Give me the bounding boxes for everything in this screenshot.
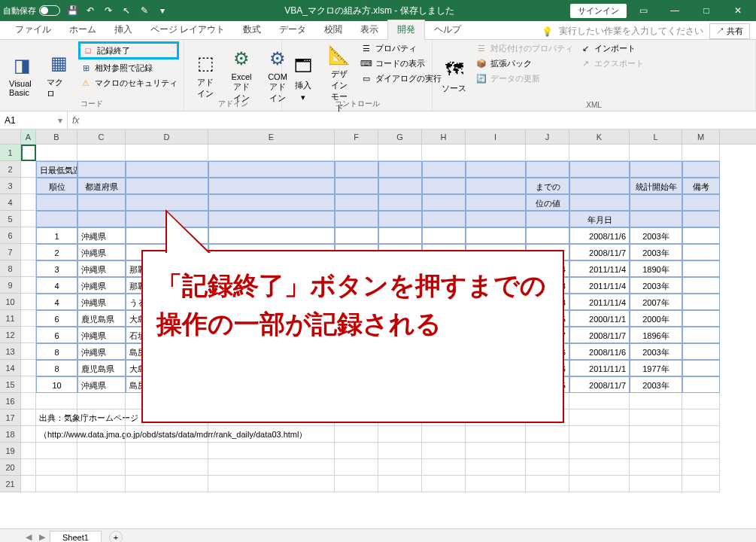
cell[interactable]	[466, 227, 526, 244]
cell[interactable]	[126, 459, 208, 476]
cell[interactable]	[77, 426, 126, 443]
cell[interactable]	[21, 161, 36, 178]
cell[interactable]	[569, 161, 630, 178]
cell[interactable]	[208, 426, 335, 443]
cell[interactable]	[682, 393, 720, 410]
cell[interactable]: 2000年	[630, 310, 682, 327]
run-dialog-button[interactable]: ▭ダイアログの実行	[359, 72, 443, 85]
cell[interactable]: 都道府県	[77, 178, 126, 194]
cell[interactable]	[378, 443, 422, 459]
cell[interactable]	[21, 443, 36, 459]
cell[interactable]	[335, 459, 378, 476]
cell[interactable]	[422, 161, 466, 178]
cell[interactable]: （http://www.data.jma.go.jp/obd/stats/dat…	[36, 426, 77, 443]
qat-dropdown-icon[interactable]: ▾	[156, 5, 169, 17]
tab-formulas[interactable]: 数式	[234, 20, 270, 39]
cell[interactable]	[208, 227, 335, 244]
cell[interactable]: 2011/11/4	[569, 277, 630, 294]
source-button[interactable]: 🗺ソース	[437, 41, 471, 109]
cell[interactable]	[682, 459, 720, 476]
cell[interactable]	[526, 227, 569, 244]
cell[interactable]: 8	[36, 360, 77, 376]
cell[interactable]	[21, 376, 36, 393]
cell[interactable]: 沖縄県	[77, 277, 126, 294]
cell[interactable]	[335, 443, 378, 459]
col-header[interactable]: I	[466, 129, 526, 144]
cell[interactable]: 沖縄県	[77, 327, 126, 343]
cell[interactable]	[378, 161, 422, 178]
row-header[interactable]: 16	[0, 393, 21, 410]
cell[interactable]: 3	[36, 260, 77, 277]
cell[interactable]: 1977年	[630, 360, 682, 376]
col-header[interactable]: A	[21, 129, 36, 144]
cell[interactable]	[422, 443, 466, 459]
tab-view[interactable]: 表示	[351, 20, 387, 39]
cell[interactable]: 位の値	[526, 194, 569, 211]
row-header[interactable]: 7	[0, 244, 21, 260]
cell[interactable]: 2003年	[630, 343, 682, 360]
import-button[interactable]: ↙インポート	[578, 41, 645, 55]
cell[interactable]	[682, 443, 720, 459]
cell[interactable]	[378, 426, 422, 443]
row-header[interactable]: 6	[0, 227, 21, 244]
cell[interactable]: 2008/11/6	[569, 227, 630, 244]
cell[interactable]	[21, 343, 36, 360]
next-sheet-icon[interactable]: ▶	[36, 532, 48, 542]
chevron-down-icon[interactable]: ▾	[58, 115, 62, 126]
col-header[interactable]: F	[335, 129, 378, 144]
cell[interactable]: 2008/11/7	[569, 327, 630, 343]
cell[interactable]	[466, 178, 526, 194]
cell[interactable]	[36, 476, 77, 492]
cell[interactable]: 鹿児島県	[77, 360, 126, 376]
col-header[interactable]: C	[77, 129, 126, 144]
cell[interactable]	[208, 178, 335, 194]
cell[interactable]	[466, 443, 526, 459]
row-header[interactable]: 13	[0, 343, 21, 360]
view-code-button[interactable]: ⌨コードの表示	[359, 56, 443, 70]
cell[interactable]: 2	[36, 244, 77, 260]
cell[interactable]	[126, 145, 208, 161]
signin-button[interactable]: サインイン	[570, 4, 627, 18]
cell[interactable]	[335, 426, 378, 443]
add-sheet-button[interactable]: +	[109, 531, 123, 543]
pointer-icon[interactable]: ↖	[120, 5, 132, 17]
cell[interactable]: 2011/11/1	[569, 360, 630, 376]
cell[interactable]	[36, 145, 77, 161]
cell[interactable]	[682, 161, 720, 178]
cell[interactable]: 2008/11/7	[569, 376, 630, 393]
row-header[interactable]: 5	[0, 211, 21, 227]
cell[interactable]	[36, 443, 77, 459]
col-header[interactable]: K	[569, 129, 630, 144]
col-header[interactable]: H	[422, 129, 466, 144]
cell[interactable]	[682, 227, 720, 244]
cell[interactable]	[77, 194, 126, 211]
refresh-button[interactable]: 🔄データの更新	[474, 72, 575, 85]
row-header[interactable]: 17	[0, 410, 21, 426]
row-header[interactable]: 20	[0, 459, 21, 476]
col-header[interactable]: G	[378, 129, 422, 144]
row-header[interactable]: 19	[0, 443, 21, 459]
cell[interactable]	[335, 227, 378, 244]
cell[interactable]	[77, 410, 126, 426]
cell[interactable]	[77, 211, 126, 227]
cell[interactable]: 4	[36, 277, 77, 294]
row-header[interactable]: 1	[0, 145, 21, 161]
cell[interactable]: 沖縄県	[77, 260, 126, 277]
cell[interactable]	[682, 194, 720, 211]
row-header[interactable]: 9	[0, 277, 21, 294]
cell[interactable]	[422, 145, 466, 161]
cell[interactable]	[335, 178, 378, 194]
undo-icon[interactable]: ↶	[84, 5, 96, 17]
cell[interactable]	[569, 145, 630, 161]
cell[interactable]	[526, 211, 569, 227]
cell[interactable]	[208, 459, 335, 476]
cell[interactable]	[526, 145, 569, 161]
row-header[interactable]: 3	[0, 178, 21, 194]
col-header[interactable]: D	[126, 129, 208, 144]
cell[interactable]	[335, 211, 378, 227]
cell[interactable]	[422, 178, 466, 194]
cell[interactable]	[21, 327, 36, 343]
cell[interactable]: 出典：気象庁ホームページ	[36, 410, 77, 426]
grid[interactable]: A B C D E F G H I J K L M 12日最低気温の高い方から3…	[0, 129, 756, 528]
cell[interactable]	[378, 145, 422, 161]
